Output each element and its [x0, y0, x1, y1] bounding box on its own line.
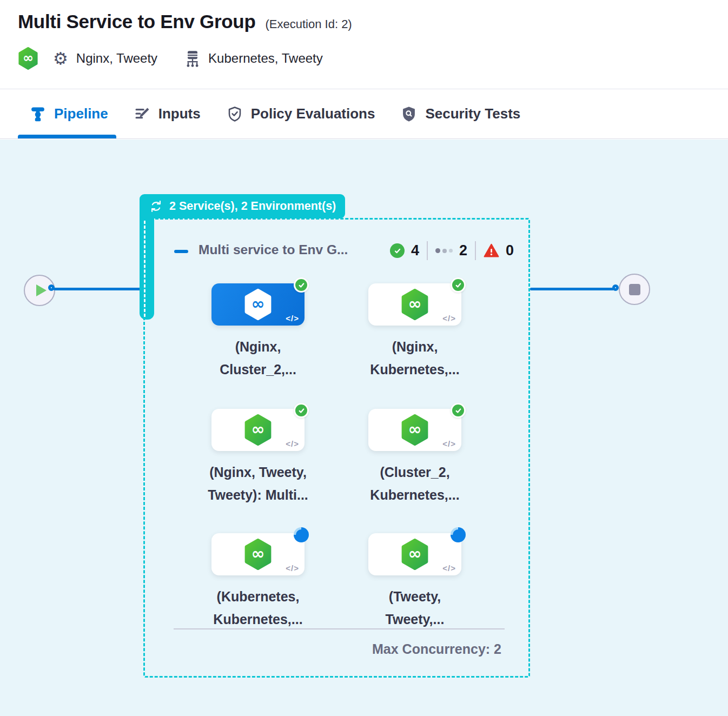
harness-step-icon: ∞	[243, 539, 273, 570]
environments-icon	[184, 50, 201, 68]
node-label: (Kubernetes,Kubernetes,...	[182, 585, 334, 631]
infinity-glyph: ∞	[252, 420, 265, 439]
tab-pipeline[interactable]: Pipeline	[30, 89, 108, 138]
stage-tile-selected[interactable]: ∞ </>	[211, 283, 305, 326]
count-divider	[475, 241, 476, 260]
connector-line-right	[530, 288, 614, 290]
tab-inputs-label: Inputs	[158, 105, 201, 122]
matrix-badge-label: 2 Service(s), 2 Environment(s)	[169, 200, 336, 213]
node-label: (Nginx,Kubernetes,...	[339, 335, 491, 381]
connector-line-left	[54, 288, 144, 290]
running-count: 2	[459, 242, 467, 259]
infinity-glyph: ∞	[23, 50, 34, 65]
node-label: (Nginx,Cluster_2,...	[182, 335, 334, 381]
success-count: 4	[411, 242, 419, 259]
running-spinner-icon	[451, 527, 466, 542]
matrix-badge[interactable]: 2 Service(s), 2 Environment(s)	[140, 194, 345, 218]
code-icon: </>	[286, 439, 299, 448]
loop-icon	[149, 199, 163, 214]
running-count-icon	[435, 248, 453, 253]
count-divider	[427, 241, 428, 260]
execution-id: (Execution Id: 2)	[266, 17, 352, 31]
pipeline-canvas: Multi service to Env G... 4 2 0	[0, 140, 728, 716]
pipeline-icon	[30, 106, 46, 122]
node-label: (Tweety,Tweety,...	[339, 585, 491, 631]
tab-security-label: Security Tests	[425, 105, 520, 122]
success-badge-icon	[294, 403, 309, 418]
environments-label: Kubernetes, Tweety	[208, 51, 323, 66]
success-badge-icon	[294, 277, 309, 293]
max-concurrency-label: Max Concurrency: 2	[372, 641, 501, 657]
infinity-glyph: ∞	[252, 544, 265, 563]
collapse-minus-icon[interactable]	[174, 250, 188, 253]
stage-tile[interactable]: ∞ </>	[211, 409, 305, 451]
code-icon: </>	[442, 314, 456, 323]
stage-tile[interactable]: ∞ </>	[368, 409, 461, 451]
pipeline-end-node	[619, 274, 650, 305]
stage-tile[interactable]: ∞ </>	[211, 533, 305, 575]
success-badge-icon	[451, 277, 466, 293]
harness-cd-icon: ∞	[18, 47, 38, 70]
tab-policy-evaluations[interactable]: Policy Evaluations	[227, 89, 375, 138]
code-icon: </>	[286, 563, 299, 573]
inputs-icon	[134, 106, 150, 122]
harness-step-icon: ∞	[243, 289, 273, 320]
matrix-node: ∞ </> (Nginx, Tweety,Tweety): Multi...	[211, 409, 305, 451]
matrix-node: ∞ </> (Tweety,Tweety,...	[368, 533, 461, 575]
code-icon: </>	[286, 314, 299, 323]
matrix-node: ∞ </> (Nginx,Cluster_2,...	[211, 283, 305, 326]
infinity-glyph: ∞	[408, 294, 422, 313]
shield-check-icon	[227, 106, 243, 122]
gear-icon: ⚙	[53, 50, 68, 67]
matrix-node: ∞ </> (Nginx,Kubernetes,...	[368, 283, 461, 326]
tab-inputs[interactable]: Inputs	[134, 89, 201, 138]
shield-magnifier-icon	[401, 106, 417, 122]
page-header: Multi Service to Env Group (Execution Id…	[0, 0, 728, 89]
header-meta-row: ∞ ⚙ Nginx, Tweety Kubernetes, Tweety	[18, 47, 323, 70]
page-title: Multi Service to Env Group	[18, 11, 256, 32]
stage-tile[interactable]: ∞ </>	[368, 283, 461, 326]
infinity-glyph: ∞	[408, 544, 422, 563]
matrix-tail-dashes	[144, 221, 145, 317]
tab-bar: Pipeline Inputs Policy Evaluations	[0, 89, 728, 139]
matrix-node: ∞ </> (Cluster_2,Kubernetes,...	[368, 409, 461, 451]
node-label: (Cluster_2,Kubernetes,...	[339, 461, 491, 506]
play-icon	[36, 284, 47, 296]
matrix-stage-group: Multi service to Env G... 4 2 0	[143, 218, 530, 678]
code-icon: </>	[442, 439, 456, 448]
connector-dot-left	[48, 284, 55, 291]
tab-pipeline-label: Pipeline	[54, 105, 108, 122]
infinity-glyph: ∞	[408, 420, 422, 439]
failed-count: 0	[506, 242, 514, 259]
stage-tile[interactable]: ∞ </>	[368, 533, 461, 575]
harness-step-icon: ∞	[400, 414, 429, 446]
infinity-glyph: ∞	[252, 294, 265, 313]
node-label: (Nginx, Tweety,Tweety): Multi...	[182, 461, 334, 506]
footer-divider	[174, 628, 505, 629]
matrix-node: ∞ </> (Kubernetes,Kubernetes,...	[211, 533, 305, 575]
success-count-icon	[390, 243, 405, 258]
services-label: Nginx, Tweety	[76, 51, 157, 66]
success-badge-icon	[451, 403, 466, 418]
tab-security-tests[interactable]: Security Tests	[401, 89, 520, 138]
stop-icon	[629, 284, 640, 295]
stage-status-counts: 4 2 0	[390, 241, 514, 260]
failed-count-icon	[484, 243, 499, 258]
harness-step-icon: ∞	[243, 414, 273, 446]
harness-step-icon: ∞	[400, 539, 429, 570]
running-spinner-icon	[294, 527, 309, 542]
stage-name[interactable]: Multi service to Env G...	[198, 242, 348, 257]
harness-step-icon: ∞	[400, 289, 429, 320]
code-icon: </>	[442, 563, 456, 573]
title-row: Multi Service to Env Group (Execution Id…	[18, 11, 352, 32]
tab-policy-label: Policy Evaluations	[251, 105, 375, 122]
connector-dot-right	[612, 284, 619, 291]
